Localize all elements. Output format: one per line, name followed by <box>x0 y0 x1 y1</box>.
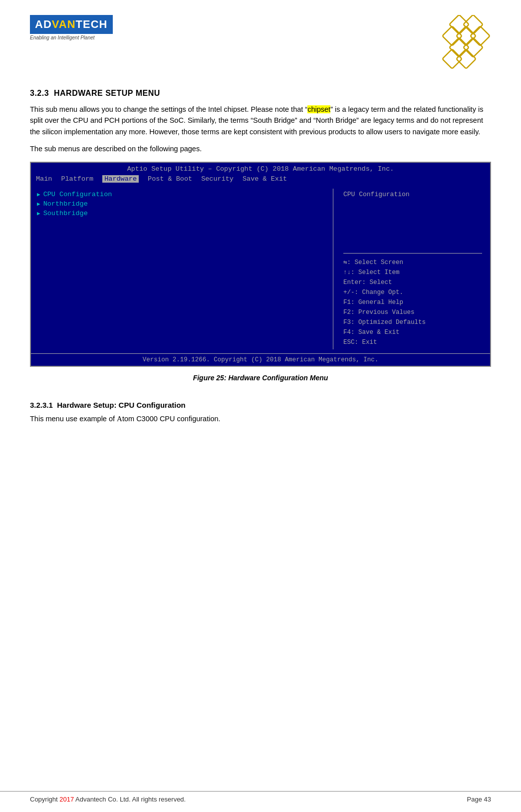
bios-item-southbridge[interactable]: Southbridge <box>37 210 325 217</box>
body-paragraph-2: The sub menus are described on the follo… <box>30 143 491 154</box>
section-title: Hardware Setup Menu <box>54 89 160 97</box>
bios-menu-security[interactable]: Security <box>201 175 234 183</box>
logo: ADVANTECH <box>30 15 113 34</box>
bios-help-f3: F3: Optimized Defaults <box>343 317 482 327</box>
bios-item-northbridge[interactable]: Northbridge <box>37 200 325 208</box>
svg-rect-6 <box>463 37 483 57</box>
bios-menu-platform[interactable]: Platform <box>61 175 93 183</box>
diamond-pattern <box>426 15 491 80</box>
footer-copyright-prefix: Copyright <box>30 796 58 803</box>
page-wrapper: ADVANTECH Enabling an Intelligent Planet… <box>0 0 521 812</box>
page-footer: Copyright 2017 Advantech Co. Ltd. All ri… <box>0 791 521 803</box>
bios-left-panel: CPU Configuration Northbridge Southbridg… <box>31 189 331 349</box>
section-heading: 3.2.3 Hardware Setup Menu <box>30 89 491 98</box>
svg-rect-0 <box>449 15 469 34</box>
header: ADVANTECH Enabling an Intelligent Planet <box>30 15 491 80</box>
logo-ad: AD <box>35 18 52 30</box>
bios-titlebar: Aptio Setup Utility – Copyright (C) 2018… <box>31 163 490 174</box>
bios-right-description: CPU Configuration <box>343 191 482 198</box>
footer-page: Page 43 <box>467 796 491 803</box>
bios-right-panel: CPU Configuration ⇆: Select Screen ↑↓: S… <box>335 189 490 349</box>
svg-rect-4 <box>470 26 490 46</box>
logo-tech: TECH <box>76 18 108 30</box>
bios-panel-divider <box>333 189 333 349</box>
bios-right-divider <box>343 253 482 254</box>
bios-help-select-item: ↑↓: Select Item <box>343 268 482 277</box>
bios-help-change: +/-: Change Opt. <box>343 287 482 297</box>
bios-menu-hardware[interactable]: Hardware <box>102 175 139 183</box>
bios-menubar: Main Platform Hardware Post & Boot Secur… <box>31 174 490 184</box>
footer-copyright-suffix: Advantech Co. Ltd. All rights reserved. <box>75 796 186 803</box>
subsection-body: This menu use example of Atom C3000 CPU … <box>30 413 491 425</box>
svg-rect-5 <box>449 37 469 57</box>
bios-screenshot: Aptio Setup Utility – Copyright (C) 2018… <box>30 162 491 367</box>
subsection-title: Hardware Setup: CPU Configuration <box>57 401 186 409</box>
bios-item-cpu[interactable]: CPU Configuration <box>37 191 325 198</box>
bios-help-select-screen: ⇆: Select Screen <box>343 258 482 268</box>
bios-help-enter: Enter: Select <box>343 277 482 287</box>
bios-menu-main[interactable]: Main <box>36 175 52 183</box>
svg-rect-8 <box>456 49 476 69</box>
bios-help-f4: F4: Save & Exit <box>343 327 482 337</box>
bios-help-text: ⇆: Select Screen ↑↓: Select Item Enter: … <box>343 258 482 347</box>
atom-symbol: A <box>117 415 122 423</box>
footer-copyright: Copyright 2017 Advantech Co. Ltd. All ri… <box>30 796 186 803</box>
svg-rect-1 <box>463 15 483 34</box>
bios-help-f2: F2: Previous Values <box>343 307 482 317</box>
logo-block: ADVANTECH Enabling an Intelligent Planet <box>30 15 113 40</box>
footer-year: 2017 <box>59 796 74 803</box>
bios-body: CPU Configuration Northbridge Southbridg… <box>31 184 490 353</box>
figure-caption: Figure 25: Hardware Configuration Menu <box>30 374 491 382</box>
body-paragraph-1: This sub menu allows you to change the s… <box>30 104 491 137</box>
svg-rect-3 <box>456 26 476 46</box>
logo-tagline: Enabling an Intelligent Planet <box>30 35 113 40</box>
highlight-chipset: chipset <box>307 105 330 113</box>
subsection-heading: 3.2.3.1 Hardware Setup: CPU Configuratio… <box>30 401 491 409</box>
bios-menu-saveexit[interactable]: Save & Exit <box>243 175 287 183</box>
bios-menu-postboot[interactable]: Post & Boot <box>148 175 192 183</box>
bios-help-f1: F1: General Help <box>343 297 482 307</box>
bios-footer: Version 2.19.1266. Copyright (C) 2018 Am… <box>31 353 490 366</box>
subsection-number: 3.2.3.1 <box>30 401 53 409</box>
bios-help-esc: ESC: Exit <box>343 337 482 347</box>
section-number: 3.2.3 <box>30 89 49 97</box>
svg-rect-2 <box>442 26 462 46</box>
logo-van: VAN <box>52 18 76 30</box>
svg-rect-7 <box>442 49 462 69</box>
